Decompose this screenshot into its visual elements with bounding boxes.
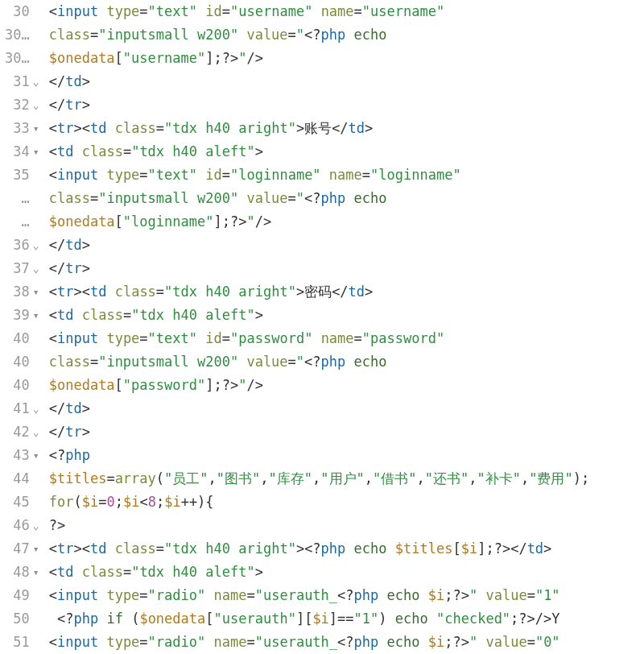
code-line[interactable]: $onedata["password"];?>"/> xyxy=(49,374,644,397)
token: php xyxy=(321,27,346,43)
token: ?> xyxy=(222,377,238,393)
code-line[interactable]: <tr><td class="tdx h40 aright"><?php ech… xyxy=(49,537,644,561)
token: td xyxy=(90,284,106,300)
code-line[interactable]: class="inputsmall w200" value="<?php ech… xyxy=(49,187,644,210)
token xyxy=(312,330,320,346)
token: class xyxy=(115,540,156,557)
code-line[interactable]: </td> xyxy=(49,234,644,257)
token: > xyxy=(255,307,263,323)
token: "userauth" xyxy=(214,611,296,627)
token: $onedata xyxy=(139,611,205,627)
code-line[interactable]: <td class="tdx h40 aleft"> xyxy=(49,140,644,164)
token: < xyxy=(49,120,57,136)
token: = xyxy=(106,470,114,486)
code-line[interactable]: class="inputsmall w200" value="<?php ech… xyxy=(49,23,644,47)
gutter-row: 39▾ xyxy=(5,304,40,327)
token: "text" xyxy=(148,3,197,19)
code-line[interactable]: </tr> xyxy=(49,257,644,280)
fold-marker-icon[interactable]: ▾ xyxy=(30,444,40,467)
code-line[interactable]: <tr><td class="tdx h40 aright">账号</td> xyxy=(49,117,644,140)
code-line[interactable]: <tr><td class="tdx h40 aright">密码</td> xyxy=(49,280,644,304)
token: >< xyxy=(73,540,89,557)
token: "text" xyxy=(148,167,197,183)
code-line[interactable]: for($i=0;$i<8;$i++){ xyxy=(49,490,644,514)
token: </ xyxy=(49,424,65,440)
token: ; xyxy=(156,494,164,510)
code-line[interactable]: <input type="text" id="password" name="p… xyxy=(49,327,644,350)
gutter-row: 50 xyxy=(5,607,40,631)
fold-marker-icon[interactable]: ⌄ xyxy=(30,70,40,93)
token: td xyxy=(90,120,106,136)
code-line[interactable]: <td class="tdx h40 aleft"> xyxy=(49,561,644,584)
token xyxy=(73,564,81,580)
line-number: 33 xyxy=(9,117,30,140)
token: name xyxy=(214,587,247,603)
fold-marker-icon[interactable]: ⌄ xyxy=(30,514,40,537)
token: "password" xyxy=(123,377,205,393)
fold-marker-icon[interactable]: ⌄ xyxy=(30,397,40,420)
token: name xyxy=(214,634,247,650)
gutter-row: 33▾ xyxy=(5,117,40,140)
gutter-row: 49 xyxy=(5,584,40,607)
code-line[interactable]: </td> xyxy=(49,70,644,93)
code-line[interactable]: <input type="text" id="loginname" name="… xyxy=(49,164,644,187)
code-line[interactable]: $onedata["loginname"];?>"/> xyxy=(49,210,644,234)
code-line[interactable]: ?> xyxy=(49,514,644,537)
token: > xyxy=(82,400,90,416)
code-line[interactable]: <input type="radio" name="userauth_<?php… xyxy=(49,584,644,607)
token: = xyxy=(123,564,131,580)
gutter-row: 42⌄ xyxy=(5,420,40,444)
token: = xyxy=(123,307,131,323)
fold-marker-icon[interactable]: ▾ xyxy=(30,561,40,584)
token: < xyxy=(49,3,57,19)
fold-marker-icon[interactable]: ▾ xyxy=(30,117,40,140)
code-line[interactable]: class="inputsmall w200" value="<?php ech… xyxy=(49,350,644,374)
fold-marker-icon[interactable]: ⌄ xyxy=(30,257,40,280)
token: input xyxy=(57,330,98,346)
fold-marker-icon[interactable]: ▾ xyxy=(30,280,40,304)
code-line[interactable]: </td> xyxy=(49,397,644,420)
token: <? xyxy=(304,540,320,557)
code-area[interactable]: <input type="text" id="username" name="u… xyxy=(44,0,644,654)
code-line[interactable]: <?php xyxy=(49,444,644,467)
token: "还书" xyxy=(425,470,469,486)
token: "loginname" xyxy=(230,167,321,183)
code-line[interactable]: <?php if ($onedata["userauth"][$i]=="1")… xyxy=(49,607,644,631)
token: <? xyxy=(57,611,73,627)
token xyxy=(345,190,353,206)
token: >< xyxy=(73,284,89,300)
fold-marker-icon[interactable]: ⌄ xyxy=(30,93,40,117)
token xyxy=(197,167,205,183)
token: > xyxy=(543,540,551,557)
token: 密码 xyxy=(304,284,332,300)
token: $i xyxy=(82,494,98,510)
token: td xyxy=(527,540,543,557)
token: , xyxy=(312,470,320,486)
token: $i xyxy=(461,540,477,557)
token: td xyxy=(349,284,365,300)
token: <? xyxy=(49,447,65,463)
code-line[interactable]: <input type="radio" name="userauth_<?php… xyxy=(49,631,644,654)
code-line[interactable]: <td class="tdx h40 aleft"> xyxy=(49,304,644,327)
code-line[interactable]: $titles=array("员工","图书","库存","用户","借书","… xyxy=(49,467,644,490)
fold-marker-icon[interactable]: ⌄ xyxy=(30,234,40,257)
code-line[interactable]: $onedata["username"];?>"/> xyxy=(49,47,644,70)
token: <? xyxy=(304,354,320,370)
gutter-row: … xyxy=(5,210,40,234)
fold-marker-icon[interactable]: ▾ xyxy=(30,537,40,561)
code-line[interactable]: </tr> xyxy=(49,420,644,444)
token: value xyxy=(246,354,287,370)
fold-marker-icon[interactable]: ⌄ xyxy=(30,420,40,444)
token: td xyxy=(349,120,365,136)
fold-marker-icon[interactable]: ▾ xyxy=(30,140,40,164)
token: "tdx h40 aright" xyxy=(164,120,296,136)
code-line[interactable]: </tr> xyxy=(49,93,644,117)
code-editor[interactable]: 3030…30…31⌄32⌄33▾34▾35……36⌄37⌄38▾39▾4040… xyxy=(0,0,644,654)
token: "password" xyxy=(230,330,312,346)
token: ; xyxy=(115,494,123,510)
code-line[interactable]: <input type="text" id="username" name="u… xyxy=(49,0,644,23)
token: </ xyxy=(332,284,348,300)
fold-marker-icon[interactable]: ▾ xyxy=(30,304,40,327)
token: </ xyxy=(49,237,65,253)
token: </ xyxy=(49,97,65,113)
